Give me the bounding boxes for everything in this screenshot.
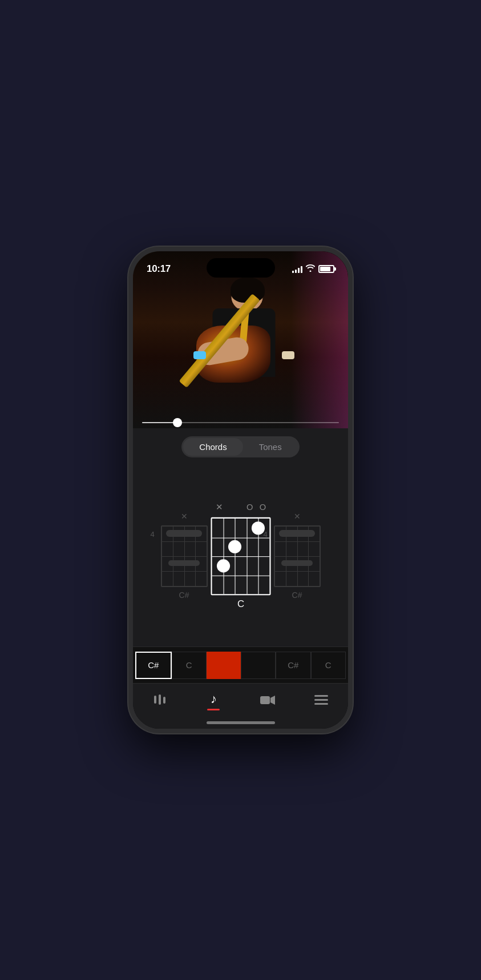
center-chord-o2-mark: O [259,502,265,512]
battery-icon [318,265,334,273]
right-fret-number: 4 [264,530,268,539]
svg-marker-4 [270,696,275,705]
tab-chords[interactable]: Chords [183,438,242,456]
video-scrubber[interactable] [142,421,339,424]
phone-inner: 10:17 [133,251,348,729]
timeline-cell-4[interactable]: C# [276,652,311,679]
scrubber-progress [142,422,177,423]
left-fretboard [161,525,208,587]
tab-tones[interactable]: Tones [243,438,298,456]
svg-rect-1 [159,694,161,705]
chord-diagram-right: ✕ 4 [274,511,321,600]
timeline-cell-0[interactable]: C# [135,652,172,679]
svg-rect-5 [314,695,328,697]
left-chord-x-mark: ✕ [181,512,188,521]
chord-diagram-center: ✕ O O [211,500,270,609]
wifi-icon [306,264,315,274]
svg-rect-7 [314,703,328,705]
hamburger-menu-icon [314,694,328,709]
center-fretboard [211,517,270,595]
content-area: Chords Tones ✕ 4 [133,428,348,729]
center-chord-o1-mark: O [246,502,252,512]
nav-item-music[interactable]: ♪ [199,692,228,710]
center-chord-label: C [237,599,244,609]
status-icons [292,264,334,274]
scrubber-track [142,422,339,423]
dynamic-island [207,258,275,278]
tab-pill-container: Chords Tones [181,436,299,457]
timeline-cell-1[interactable]: C [172,652,207,679]
music-nav-underline [207,709,220,710]
video-camera-icon [260,694,275,709]
status-time: 10:17 [147,263,171,275]
signal-icon [292,265,302,273]
scrubber-thumb[interactable] [173,418,182,427]
timeline-cell-2[interactable] [207,652,241,679]
nav-item-video[interactable] [253,694,282,709]
music-note-icon: ♪ [211,692,217,706]
nav-item-menu[interactable] [307,694,336,709]
center-chord-x-mark: ✕ [215,502,223,512]
svg-rect-3 [260,696,270,704]
chord-diagrams-area: ✕ 4 [133,463,348,646]
home-indicator [207,721,275,724]
left-chord-label: C# [179,591,189,600]
left-fret-number: 4 [151,530,155,539]
right-chord-x-mark: ✕ [294,512,301,521]
svg-rect-6 [314,699,328,701]
mixer-icon [153,693,167,709]
tab-switcher: Chords Tones [133,428,348,463]
timeline-cell-3[interactable] [241,652,276,679]
svg-rect-0 [154,696,156,704]
right-chord-label: C# [292,591,302,600]
nav-item-mixer[interactable] [145,693,174,709]
right-fretboard [274,525,321,587]
timeline-cell-5[interactable]: C [311,652,346,679]
chord-diagram-left: ✕ 4 [161,511,208,600]
phone-frame: 10:17 [128,247,353,733]
svg-rect-2 [163,697,165,704]
timeline-bar: C# C C# C [133,646,348,683]
